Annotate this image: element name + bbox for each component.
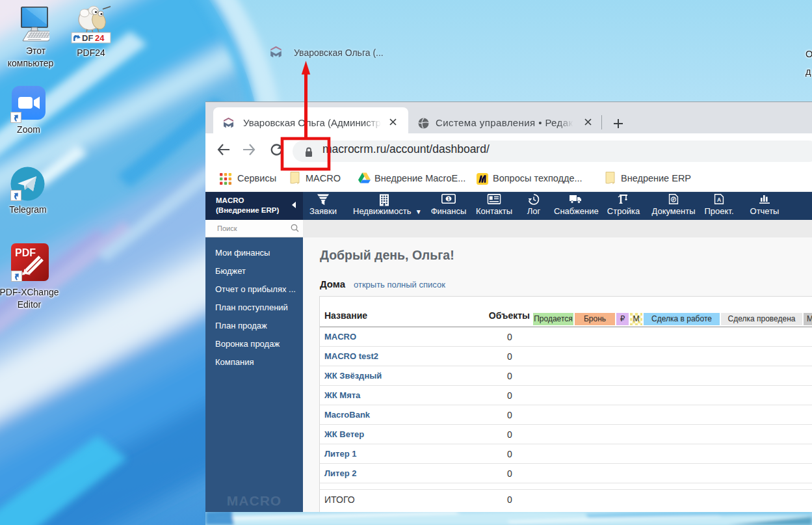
svg-text:PDF: PDF (15, 247, 36, 258)
svg-text:₽: ₽ (672, 197, 675, 202)
svg-text:DF: DF (82, 33, 93, 43)
svg-text:1: 1 (447, 196, 450, 202)
svg-text:24: 24 (95, 33, 105, 43)
svg-text:A: A (717, 196, 721, 203)
